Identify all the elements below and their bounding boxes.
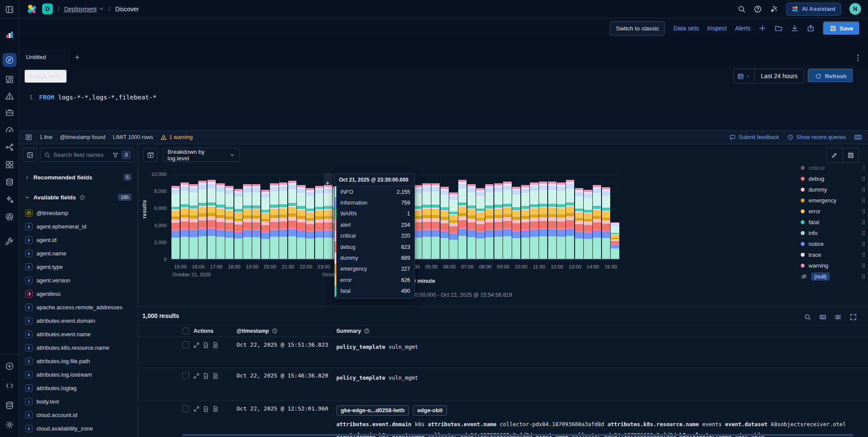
grid-fullscreen-icon[interactable]: [847, 311, 860, 324]
histogram-bar[interactable]: [521, 185, 529, 259]
histogram-bar[interactable]: [225, 185, 233, 259]
legend-label[interactable]: dummy: [809, 186, 827, 193]
resource-badge[interactable]: gke-edge-o...d0258-lwth: [336, 405, 409, 416]
tab-options-icon[interactable]: [854, 54, 862, 62]
histogram-bar[interactable]: [288, 181, 296, 259]
histogram-bar[interactable]: [611, 222, 619, 259]
surrounding-docs-icon[interactable]: [203, 406, 209, 412]
histogram-bar[interactable]: [593, 185, 601, 259]
histogram-bar[interactable]: [512, 186, 520, 259]
legend-actions-icon[interactable]: [860, 262, 867, 269]
histogram-bar[interactable]: [494, 183, 503, 259]
field-item[interactable]: kagent.version: [19, 274, 138, 287]
surrounding-docs-icon[interactable]: [203, 373, 209, 379]
histogram-bar[interactable]: [198, 181, 207, 259]
rail-inventory-grid[interactable]: [5, 160, 14, 169]
legend-actions-icon[interactable]: [860, 197, 867, 204]
keyboard-icon[interactable]: [854, 133, 862, 141]
legend-actions-icon[interactable]: [860, 273, 867, 280]
field-item[interactable]: kapache.access.remote_addresses: [19, 301, 138, 314]
grid-row-height-icon[interactable]: [832, 311, 845, 324]
query-line[interactable]: 1 FROM logs-*-*,logs-*,filebeat-*: [25, 94, 157, 101]
rail-tools-wrench[interactable]: [5, 237, 14, 246]
export-icon[interactable]: [807, 24, 815, 32]
rail-management-gear[interactable]: [5, 420, 14, 429]
table-row[interactable]: Oct 22, 2025 @ 15:46:36.820policy_templa…: [138, 368, 868, 401]
expand-row-icon[interactable]: [193, 342, 200, 348]
open-session-icon[interactable]: [775, 24, 783, 32]
field-item[interactable]: kattributes.event.name: [19, 328, 138, 341]
new-tab-button[interactable]: [70, 50, 84, 64]
histogram-bar[interactable]: [234, 189, 243, 259]
help-icon[interactable]: [754, 5, 762, 13]
histogram-bar[interactable]: [431, 183, 440, 259]
histogram-bar[interactable]: [503, 182, 511, 259]
histogram-bar[interactable]: [485, 184, 493, 259]
field-filter-icon[interactable]: [112, 152, 118, 158]
legend-label[interactable]: debug: [809, 175, 824, 182]
rail-dev-tools-code[interactable]: [5, 381, 14, 390]
field-item[interactable]: kattributes.event.domain: [19, 314, 138, 328]
submit-feedback-link[interactable]: Submit feedback: [730, 134, 779, 140]
editor-footer-icon[interactable]: [25, 134, 32, 141]
histogram-bar[interactable]: [315, 185, 323, 259]
legend-label[interactable]: trace: [809, 252, 821, 258]
histogram-bar[interactable]: [449, 192, 457, 259]
expand-row-icon[interactable]: [193, 373, 200, 379]
rail-discover-compass-active[interactable]: [3, 53, 16, 67]
ai-assistant-button[interactable]: AI Assistant: [786, 3, 841, 16]
field-item[interactable]: agentless: [19, 287, 138, 301]
switch-to-classic-button[interactable]: Switch to classic: [610, 21, 665, 36]
grid-search-icon[interactable]: [801, 311, 814, 324]
collapse-nav-icon[interactable]: [5, 5, 14, 14]
breakdown-select[interactable]: Breakdown by log.level: [163, 148, 240, 162]
field-item[interactable]: kagent.ephemeral_id: [19, 220, 138, 233]
legend-actions-icon[interactable]: [860, 165, 867, 171]
histogram-bar[interactable]: [557, 182, 565, 259]
save-button[interactable]: Save: [823, 21, 860, 36]
histogram-bar[interactable]: [458, 180, 467, 259]
column-summary[interactable]: Summary: [336, 328, 370, 334]
download-icon[interactable]: [791, 24, 799, 32]
histogram-bar[interactable]: [261, 190, 270, 259]
rail-alerts-triangle[interactable]: [5, 92, 14, 100]
legend-label[interactable]: fatal: [809, 219, 819, 225]
time-range-button[interactable]: Last 24 hours: [755, 69, 804, 83]
rail-services-branch[interactable]: [5, 143, 14, 152]
save-visualization-icon[interactable]: [842, 148, 858, 162]
legend-actions-icon[interactable]: [860, 175, 867, 182]
rail-cases-briefcase[interactable]: [5, 108, 14, 117]
eye-slash-icon[interactable]: [801, 273, 807, 280]
refresh-button[interactable]: Refresh: [808, 69, 854, 83]
legend-label[interactable]: notice: [809, 241, 824, 247]
rail-ai-sparkles[interactable]: [5, 195, 14, 204]
legend-label[interactable]: emergency: [809, 197, 836, 204]
view-doc-icon[interactable]: [212, 373, 219, 379]
histogram-bar[interactable]: [189, 184, 197, 259]
recent-queries-link[interactable]: Show recent queries: [787, 134, 846, 140]
legend-label[interactable]: info: [809, 230, 818, 236]
warning-badge[interactable]: 1 warning: [161, 134, 193, 140]
field-item[interactable]: tbody.text: [19, 395, 138, 408]
esql-editor[interactable]: ES|QL help Last 24 hours Refresh 1 FROM …: [19, 64, 868, 130]
legend-actions-icon[interactable]: [860, 208, 867, 215]
rail-slo-gauge[interactable]: [5, 126, 14, 134]
legend-actions-icon[interactable]: [860, 252, 867, 258]
expand-row-icon[interactable]: [193, 406, 200, 412]
histogram-bar[interactable]: [270, 183, 278, 259]
field-item[interactable]: kattributes.k8s.resource.name: [19, 341, 138, 354]
user-avatar[interactable]: N: [849, 3, 861, 15]
collapse-fields-icon[interactable]: [23, 148, 37, 162]
horizontal-scrollbar[interactable]: [182, 434, 853, 436]
legend-actions-icon[interactable]: [860, 186, 867, 193]
rail-synthetics-monitor[interactable]: [5, 212, 14, 221]
resource-badge[interactable]: edge-oblt: [413, 405, 447, 416]
legend-label[interactable]: critical: [809, 165, 825, 171]
field-item[interactable]: kattributes.log.file.path: [19, 354, 138, 368]
histogram-bar[interactable]: [279, 182, 287, 259]
legend-actions-icon[interactable]: [860, 241, 867, 247]
histogram-bar[interactable]: [243, 184, 251, 259]
legend-label[interactable]: error: [809, 208, 820, 215]
tab-untitled[interactable]: Untitled: [19, 50, 70, 64]
question-circle-icon[interactable]: [79, 195, 85, 200]
